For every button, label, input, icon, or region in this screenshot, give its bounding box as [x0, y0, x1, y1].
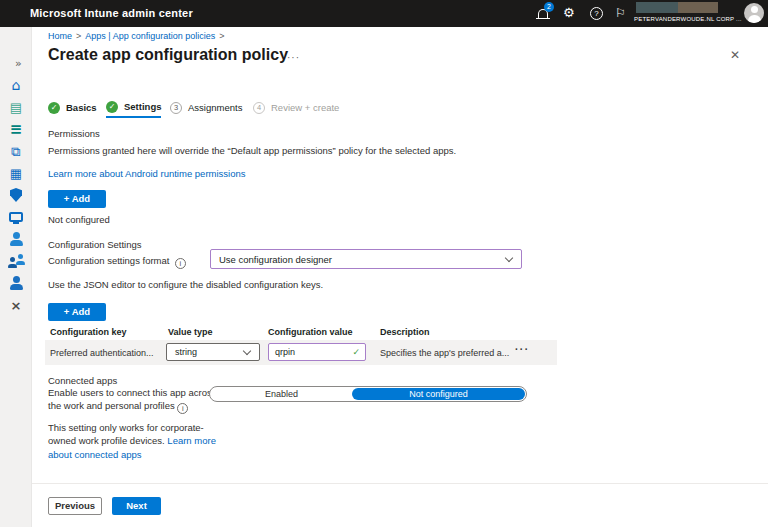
json-editor-note: Use the JSON editor to configure the dis… — [48, 279, 323, 290]
tab-review-create-label: Review + create — [271, 102, 339, 113]
all-services-icon: ≡ — [10, 122, 23, 137]
redacted-account-block — [636, 2, 678, 13]
step-number-icon: 4 — [253, 102, 265, 114]
row-value-type-dropdown[interactable]: string — [166, 343, 260, 361]
shield-icon — [10, 188, 22, 202]
info-icon[interactable]: i — [175, 258, 186, 269]
user-avatar[interactable] — [744, 3, 764, 23]
configuration-settings-heading: Configuration Settings — [48, 239, 141, 250]
chevron-down-icon — [505, 253, 513, 261]
notification-badge: 2 — [544, 2, 554, 12]
chevron-down-icon — [243, 346, 251, 354]
next-button[interactable]: Next — [112, 497, 161, 515]
top-bar: Microsoft Intune admin center 2 ⚙ ? ⚐ PE… — [0, 0, 768, 27]
user-icon — [10, 232, 23, 246]
permissions-description: Permissions granted here will override t… — [48, 145, 608, 156]
configuration-format-dropdown[interactable]: Use configuration designer — [210, 249, 522, 269]
connected-apps-setting-label: Enable users to connect this app across … — [48, 387, 218, 414]
breadcrumb-home-link[interactable]: Home — [48, 31, 72, 41]
valid-check-icon: ✓ — [352, 347, 360, 357]
permissions-heading: Permissions — [48, 128, 100, 139]
row-configuration-key: Preferred authentication... — [50, 348, 154, 358]
tab-assignments[interactable]: 3 Assignments — [170, 97, 242, 118]
connected-apps-heading: Connected apps — [48, 375, 117, 386]
configuration-format-label: Configuration settings format i — [48, 255, 186, 269]
reports-monitor-icon — [9, 212, 23, 222]
tab-settings-label: Settings — [124, 101, 161, 112]
column-header-description: Description — [380, 327, 430, 337]
sidebar-item-endpoint-security[interactable] — [0, 185, 32, 205]
toggle-option-not-configured-selected[interactable]: Not configured — [352, 388, 525, 400]
breadcrumb: Home>Apps | App configuration policies> — [48, 31, 228, 41]
connected-apps-note: This setting only works for corporate-ow… — [48, 421, 226, 461]
left-nav-sidebar: » ⌂ ▤ ≡ ⧉ ▦ × — [0, 27, 32, 527]
dashboard-icon: ▤ — [10, 101, 22, 114]
more-options-icon[interactable]: ··· — [287, 52, 300, 63]
breadcrumb-app-config-link[interactable]: Apps | App configuration policies — [85, 31, 215, 41]
connected-apps-toggle: Enabled Not configured — [209, 386, 527, 402]
devices-icon: ⧉ — [11, 145, 20, 158]
sidebar-item-troubleshooting[interactable]: × — [0, 295, 32, 315]
tab-settings-active[interactable]: ✓ Settings — [106, 97, 161, 118]
tab-assignments-label: Assignments — [188, 102, 242, 113]
settings-gear-icon[interactable]: ⚙ — [563, 5, 575, 20]
permissions-add-button[interactable]: + Add — [48, 190, 106, 208]
tenant-admin-icon — [10, 276, 23, 290]
step-complete-check-icon: ✓ — [48, 102, 60, 114]
permissions-status: Not configured — [48, 214, 110, 225]
sidebar-item-home[interactable]: ⌂ — [0, 75, 32, 95]
sidebar-item-apps[interactable]: ▦ — [0, 163, 32, 183]
configuration-format-value: Use configuration designer — [219, 254, 332, 265]
tab-basics[interactable]: ✓ Basics — [48, 97, 97, 118]
row-description: Specifies the app's preferred a... — [380, 348, 509, 358]
step-complete-check-icon: ✓ — [106, 101, 118, 113]
sidebar-item-dashboard[interactable]: ▤ — [0, 97, 32, 117]
footer-divider — [32, 483, 768, 484]
breadcrumb-separator: > — [215, 31, 228, 41]
page-title: Create app configuration policy — [48, 46, 288, 64]
toggle-option-enabled[interactable]: Enabled — [210, 387, 353, 401]
column-header-configuration-key: Configuration key — [50, 327, 127, 337]
sidebar-item-users[interactable] — [0, 229, 32, 249]
sidebar-item-reports[interactable] — [0, 207, 32, 227]
info-icon[interactable]: i — [177, 403, 188, 414]
tenant-name: PETERVANDERWOUDE.NL CORP ... — [634, 16, 738, 22]
row-value-type-value: string — [175, 347, 197, 357]
permissions-learn-more-link[interactable]: Learn more about Android runtime permiss… — [48, 168, 246, 179]
close-icon[interactable]: ✕ — [730, 48, 740, 62]
row-context-menu-icon[interactable]: ··· — [515, 344, 530, 355]
step-number-icon: 3 — [170, 102, 182, 114]
help-icon[interactable]: ? — [590, 7, 603, 20]
app-title: Microsoft Intune admin center — [30, 7, 193, 19]
previous-button[interactable]: Previous — [48, 497, 102, 515]
apps-icon: ▦ — [10, 167, 22, 180]
sidebar-item-devices[interactable]: ⧉ — [0, 141, 32, 161]
home-icon: ⌂ — [12, 78, 21, 92]
sidebar-expand-icon[interactable]: » — [15, 57, 22, 70]
row-configuration-value-text: qrpin — [275, 347, 295, 357]
configuration-add-button[interactable]: + Add — [48, 303, 106, 321]
row-configuration-value-input[interactable]: qrpin ✓ — [268, 343, 366, 361]
intune-admin-center-window: Microsoft Intune admin center 2 ⚙ ? ⚐ PE… — [0, 0, 768, 527]
sidebar-item-tenant-administration[interactable] — [0, 273, 32, 293]
groups-icon — [8, 254, 25, 268]
sidebar-item-groups[interactable] — [0, 251, 32, 271]
tab-basics-label: Basics — [66, 102, 97, 113]
column-header-configuration-value: Configuration value — [268, 327, 353, 337]
feedback-icon[interactable]: ⚐ — [615, 6, 626, 20]
column-header-value-type: Value type — [168, 327, 213, 337]
troubleshooting-icon: × — [11, 299, 22, 312]
tab-review-create[interactable]: 4 Review + create — [253, 97, 339, 118]
redacted-account-block — [678, 2, 718, 13]
sidebar-item-all-services[interactable]: ≡ — [0, 119, 32, 139]
breadcrumb-separator: > — [72, 31, 85, 41]
